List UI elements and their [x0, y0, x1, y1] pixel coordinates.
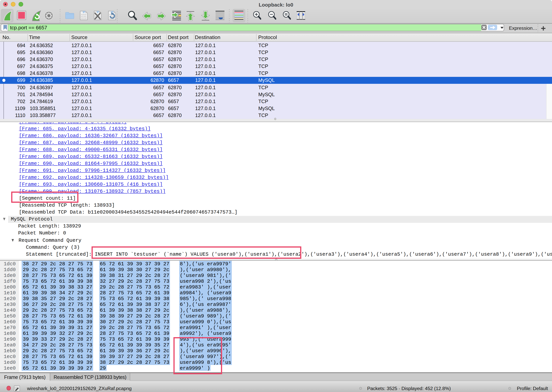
svg-text:01110: 01110 — [81, 17, 86, 20]
